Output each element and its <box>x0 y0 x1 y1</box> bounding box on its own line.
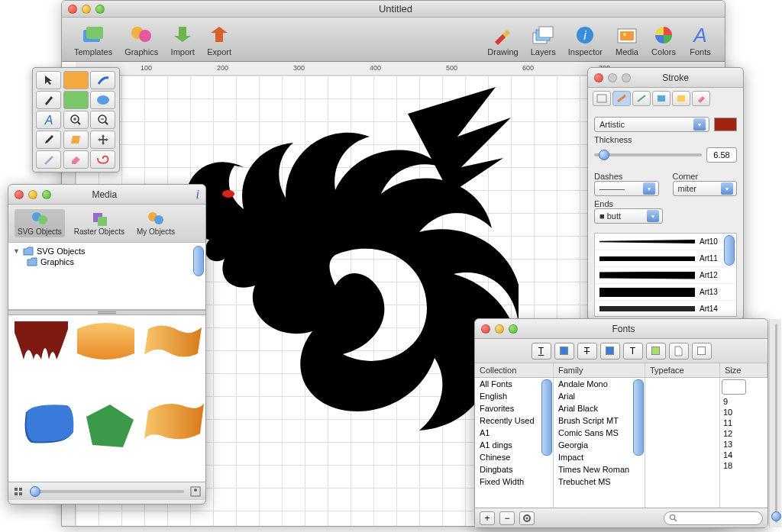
list-item[interactable]: Art10 <box>595 234 736 250</box>
small-grid-icon[interactable] <box>13 486 24 497</box>
list-item[interactable]: Trebuchet MS <box>554 476 645 488</box>
brush-list[interactable]: Art10 Art11 Art12 Art13 Art14 <box>594 233 737 317</box>
list-item[interactable]: Dingbats <box>475 463 553 476</box>
templates-button[interactable]: Templates <box>69 21 117 58</box>
media-tree[interactable]: ▼SVG Objects Graphics <box>8 243 205 310</box>
typeface-list[interactable] <box>645 378 720 508</box>
large-grid-icon[interactable] <box>190 486 201 497</box>
size-header[interactable]: Size <box>720 363 767 377</box>
collection-header[interactable]: Collection <box>475 363 554 377</box>
list-item[interactable]: Comic Sans MS <box>554 427 645 439</box>
move-tool[interactable] <box>90 131 115 149</box>
export-button[interactable]: Export <box>202 21 236 58</box>
zoom-in-tool[interactable] <box>63 111 89 129</box>
scrollbar-thumb[interactable] <box>541 379 552 456</box>
add-button[interactable]: + <box>480 511 495 525</box>
list-item[interactable]: 9 <box>720 396 751 407</box>
svg-objects-tab[interactable]: SVG Objects <box>15 209 65 237</box>
ends-select[interactable]: ■ butt▾ <box>594 208 663 224</box>
strike-button[interactable]: T <box>577 343 597 360</box>
list-item[interactable]: Arial Black <box>554 402 645 414</box>
stroke-tab-2[interactable] <box>612 91 631 106</box>
typeface-header[interactable]: Typeface <box>645 363 720 377</box>
doc-button[interactable] <box>669 343 689 360</box>
collection-list[interactable]: All Fonts English Favorites Recently Use… <box>475 378 554 508</box>
spiral-tool[interactable] <box>90 150 115 169</box>
stroke-tab-5[interactable] <box>672 91 690 106</box>
eraser-tool[interactable] <box>63 150 89 169</box>
list-item[interactable]: Georgia <box>554 439 645 451</box>
colors-button[interactable]: Colors <box>647 21 680 58</box>
inspector-button[interactable]: iInspector <box>564 21 607 58</box>
list-item[interactable]: Arial <box>554 390 645 402</box>
fonts-button[interactable]: AFonts <box>683 21 717 58</box>
dragon-artwork[interactable] <box>152 83 519 442</box>
stroke-tab-1[interactable] <box>593 91 611 106</box>
my-objects-tab[interactable]: My Objects <box>134 209 178 237</box>
skew-tool[interactable] <box>63 131 89 149</box>
slider-thumb[interactable] <box>30 486 40 497</box>
media-button[interactable]: Media <box>610 21 644 58</box>
raster-objects-tab[interactable]: Raster Objects <box>71 209 128 237</box>
list-item[interactable]: Art13 <box>595 284 736 301</box>
thickness-field[interactable] <box>706 147 737 163</box>
list-item[interactable]: Impact <box>554 451 645 463</box>
close-icon[interactable] <box>594 73 603 82</box>
family-list[interactable]: Andale Mono Arial Arial Black Brush Scri… <box>554 378 645 508</box>
rect-tool[interactable] <box>63 71 89 89</box>
family-header[interactable]: Family <box>554 363 645 377</box>
list-item[interactable] <box>144 321 202 361</box>
list-item[interactable]: Art11 <box>595 250 736 267</box>
split-handle[interactable] <box>8 310 205 315</box>
bg-color-button[interactable] <box>600 343 620 360</box>
underline-button[interactable]: T <box>532 343 551 360</box>
search-input[interactable] <box>664 511 763 525</box>
layers-button[interactable]: Layers <box>526 21 561 58</box>
corner-select[interactable]: miter▾ <box>673 181 738 196</box>
list-item[interactable]: 10 <box>720 407 751 418</box>
media-panel[interactable]: Media i SVG Objects Raster Objects My Ob… <box>8 184 206 505</box>
window-titlebar[interactable]: Untitled <box>62 1 725 18</box>
list-item[interactable]: 14 <box>720 450 751 460</box>
list-item[interactable]: 13 <box>720 439 751 450</box>
stroke-style-select[interactable]: Artistic▾ <box>594 117 709 132</box>
text-button[interactable]: T <box>623 343 643 360</box>
stroke-color-swatch[interactable] <box>714 118 737 131</box>
tree-root[interactable]: ▼SVG Objects <box>13 246 201 256</box>
list-item[interactable]: Art14 <box>595 301 736 317</box>
scrollbar-thumb[interactable] <box>633 379 644 456</box>
list-item[interactable]: Fixed Width <box>475 476 553 488</box>
info-icon[interactable]: i <box>196 188 205 202</box>
list-item[interactable]: Times New Roman <box>554 463 645 476</box>
list-item[interactable]: Art12 <box>595 267 736 284</box>
list-item[interactable]: 12 <box>720 428 751 439</box>
size-list[interactable]: 9 10 11 12 13 14 18 <box>720 378 751 508</box>
stroke-panel[interactable]: Stroke Artistic▾ Thickness Dashes ———▾ C… <box>587 67 744 321</box>
brush-tool[interactable] <box>90 71 115 89</box>
gear-button[interactable] <box>519 511 535 525</box>
ellipse-tool[interactable] <box>90 91 115 109</box>
stroke-tab-6[interactable] <box>692 91 710 106</box>
roundrect-tool[interactable] <box>63 91 89 109</box>
thickness-slider[interactable] <box>594 153 702 156</box>
list-item[interactable]: Andale Mono <box>554 378 645 390</box>
eyedropper-tool[interactable] <box>36 131 61 149</box>
clear-button[interactable] <box>692 343 712 360</box>
graphics-button[interactable]: Graphics <box>120 21 163 58</box>
list-item[interactable] <box>20 403 75 449</box>
zoom-slider[interactable] <box>30 490 184 493</box>
slider-thumb[interactable] <box>599 150 609 160</box>
stroke-tab-3[interactable] <box>632 91 651 106</box>
remove-button[interactable]: − <box>499 511 515 525</box>
list-item[interactable]: 11 <box>720 418 751 428</box>
pen-tool[interactable] <box>36 91 61 109</box>
list-item[interactable] <box>77 323 134 360</box>
drawing-button[interactable]: Drawing <box>483 21 522 58</box>
dashes-select[interactable]: ———▾ <box>594 181 659 196</box>
fonts-panel[interactable]: Fonts T T T Collection Family Typeface S… <box>474 318 768 528</box>
scrollbar-thumb[interactable] <box>724 235 735 266</box>
highlight-button[interactable] <box>646 343 666 360</box>
list-item[interactable] <box>144 399 204 443</box>
text-color-button[interactable] <box>554 343 574 360</box>
size-field[interactable] <box>722 379 746 395</box>
